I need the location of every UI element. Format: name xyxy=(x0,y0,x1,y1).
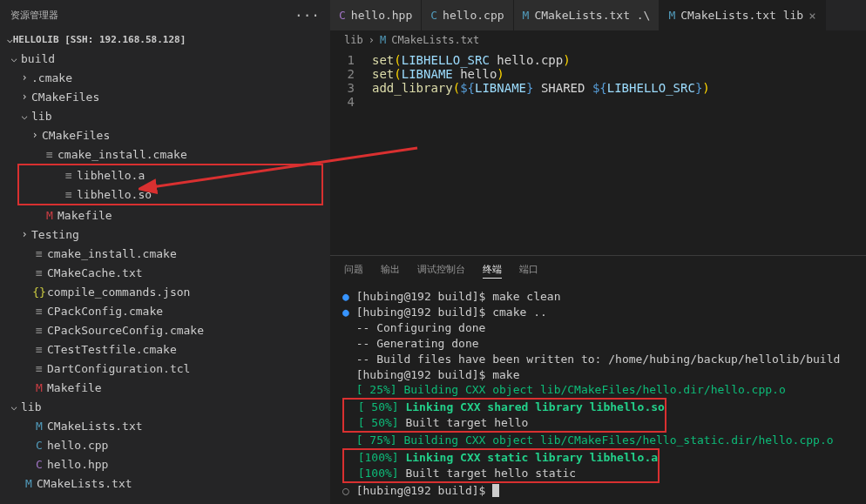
breadcrumb[interactable]: lib › M CMakeLists.txt xyxy=(330,30,866,50)
file-icon: ≡ xyxy=(31,362,47,375)
tree-item-label: lib xyxy=(21,400,41,413)
tree-folder[interactable]: ›CMakeFiles xyxy=(0,87,330,106)
file-icon: M xyxy=(31,420,47,433)
terminal-line: [ 75%] Building CXX object lib/CMakeFile… xyxy=(342,433,854,448)
file-icon: M xyxy=(21,477,37,490)
tree-folder[interactable]: ›Testing xyxy=(0,225,330,244)
explorer-sidebar: 资源管理器 ··· ⌵ HELLOLIB [SSH: 192.168.58.12… xyxy=(0,0,330,504)
tree-item-label: DartConfiguration.tcl xyxy=(47,362,190,375)
chevron-down-icon: ⌵ xyxy=(7,34,13,45)
tree-file[interactable]: ≡cmake_install.cmake xyxy=(0,244,330,263)
file-icon: M xyxy=(42,209,58,222)
code-line: set(LIBNAME hello) xyxy=(372,67,504,81)
file-icon: M xyxy=(668,9,675,22)
tree-file[interactable]: MCMakeLists.txt xyxy=(0,474,330,493)
editor-tab[interactable]: Chello.cpp xyxy=(422,0,513,30)
chevron-right-icon: › xyxy=(369,34,375,46)
tree-item-label: Testing xyxy=(31,228,79,241)
tree-file[interactable]: ≡CPackConfig.cmake xyxy=(0,301,330,320)
tree-file[interactable]: MMakefile xyxy=(0,378,330,397)
tree-folder[interactable]: ⌵lib xyxy=(0,106,330,125)
panel-tab[interactable]: 端口 xyxy=(519,261,538,279)
panel-tab[interactable]: 终端 xyxy=(483,261,502,279)
file-tree: ⌵build›.cmake›CMakeFiles⌵lib›CMakeFiles≡… xyxy=(0,49,330,504)
editor-tab[interactable]: MCMakeLists.txt .\ xyxy=(514,0,660,30)
breadcrumb-folder: lib xyxy=(344,34,363,46)
terminal-line: -- Configuring done xyxy=(342,320,854,336)
chevron-down-icon: ⌵ xyxy=(17,110,31,122)
editor-tab[interactable]: MCMakeLists.txt lib× xyxy=(660,0,825,30)
tree-file[interactable]: ≡CPackSourceConfig.cmake xyxy=(0,320,330,339)
file-icon: ≡ xyxy=(31,247,47,260)
line-number: 3 xyxy=(330,81,372,95)
editor-tab[interactable]: Chello.hpp xyxy=(330,0,422,30)
terminal-line: -- Generating done xyxy=(342,336,854,352)
tree-item-label: libhello.so xyxy=(77,188,152,201)
tree-folder[interactable]: ›.cmake xyxy=(0,68,330,87)
terminal-line: [ 50%] Linking CXX shared library libhel… xyxy=(344,400,665,415)
code-line: set(LIBHELLO_SRC hello.cpp) xyxy=(372,53,571,67)
close-icon[interactable]: × xyxy=(808,9,815,23)
terminal-line: [100%] Linking CXX static library libhel… xyxy=(344,450,658,466)
tree-file[interactable]: ≡CMakeCache.txt xyxy=(0,263,330,282)
project-header[interactable]: ⌵ HELLOLIB [SSH: 192.168.58.128] xyxy=(0,30,330,49)
tree-file[interactable]: MCMakeLists.txt xyxy=(0,416,330,435)
tree-item-label: Makefile xyxy=(47,381,102,394)
terminal-line: ● [hubing@192 build]$ make clean xyxy=(342,289,854,305)
file-icon: ≡ xyxy=(31,266,47,279)
tree-item-label: libhello.a xyxy=(77,169,145,182)
panel-tab[interactable]: 调试控制台 xyxy=(417,261,465,279)
chevron-right-icon: › xyxy=(17,228,31,240)
sidebar-header: 资源管理器 ··· xyxy=(0,0,330,30)
tab-label: CMakeLists.txt lib xyxy=(680,9,803,22)
file-icon: ≡ xyxy=(31,343,47,356)
tree-file[interactable]: Chello.hpp xyxy=(0,454,330,474)
tree-item-label: cmake_install.cmake xyxy=(47,247,177,260)
file-icon: C xyxy=(31,458,47,471)
file-icon: M xyxy=(31,381,47,394)
chevron-down-icon: ⌵ xyxy=(7,400,21,413)
tree-file[interactable]: {}compile_commands.json xyxy=(0,282,330,301)
tree-folder[interactable]: ⌵build xyxy=(0,49,330,68)
file-icon: {} xyxy=(31,286,47,299)
tree-item-label: cmake_install.cmake xyxy=(58,148,187,161)
tree-item-label: hello.cpp xyxy=(47,439,108,452)
file-icon: C xyxy=(430,9,437,22)
tree-file[interactable]: ≡libhello.so xyxy=(19,185,321,204)
code-editor[interactable]: 1set(LIBHELLO_SRC hello.cpp)2set(LIBNAME… xyxy=(330,50,866,255)
tree-file[interactable]: ≡DartConfiguration.tcl xyxy=(0,359,330,378)
tab-label: hello.hpp xyxy=(351,9,412,22)
chevron-right-icon: › xyxy=(17,91,31,103)
tree-file[interactable]: MMakefile xyxy=(0,205,330,225)
tree-item-label: CPackSourceConfig.cmake xyxy=(47,324,204,337)
file-icon: C xyxy=(31,439,47,452)
more-icon[interactable]: ··· xyxy=(294,7,320,24)
terminal-line: ● [hubing@192 build]$ cmake .. xyxy=(342,305,854,320)
file-icon: ≡ xyxy=(31,324,47,337)
line-number: 2 xyxy=(330,67,372,81)
tab-label: hello.cpp xyxy=(443,9,504,22)
terminal-line: -- Build files have been written to: /ho… xyxy=(342,352,854,367)
file-icon: C xyxy=(339,9,346,22)
chevron-right-icon: › xyxy=(28,129,42,141)
tree-item-label: CMakeLists.txt xyxy=(37,477,132,490)
tree-file[interactable]: Chello.cpp xyxy=(0,435,330,454)
tree-file[interactable]: ≡libhello.a xyxy=(19,165,321,185)
panel-tab[interactable]: 问题 xyxy=(344,261,363,279)
tree-item-label: Makefile xyxy=(58,209,112,222)
terminal[interactable]: ● [hubing@192 build]$ make clean● [hubin… xyxy=(330,284,866,504)
tree-folder[interactable]: ⌵lib xyxy=(0,397,330,416)
file-icon: ≡ xyxy=(42,148,58,161)
terminal-line: [ 25%] Building CXX object lib/CMakeFile… xyxy=(342,382,854,398)
terminal-line: [ 50%] Built target hello xyxy=(344,415,665,431)
tree-item-label: CPackConfig.cmake xyxy=(47,305,163,318)
line-number: 4 xyxy=(330,95,372,109)
tree-item-label: .cmake xyxy=(31,71,72,84)
tree-file[interactable]: ≡cmake_install.cmake xyxy=(0,144,330,164)
code-line: add_library(${LIBNAME} SHARED ${LIBHELLO… xyxy=(372,81,710,95)
tree-file[interactable]: ≡CTestTestfile.cmake xyxy=(0,339,330,359)
tree-item-label: CTestTestfile.cmake xyxy=(47,343,177,356)
tree-item-label: hello.hpp xyxy=(47,458,108,471)
panel-tab[interactable]: 输出 xyxy=(381,261,400,279)
tree-folder[interactable]: ›CMakeFiles xyxy=(0,125,330,144)
